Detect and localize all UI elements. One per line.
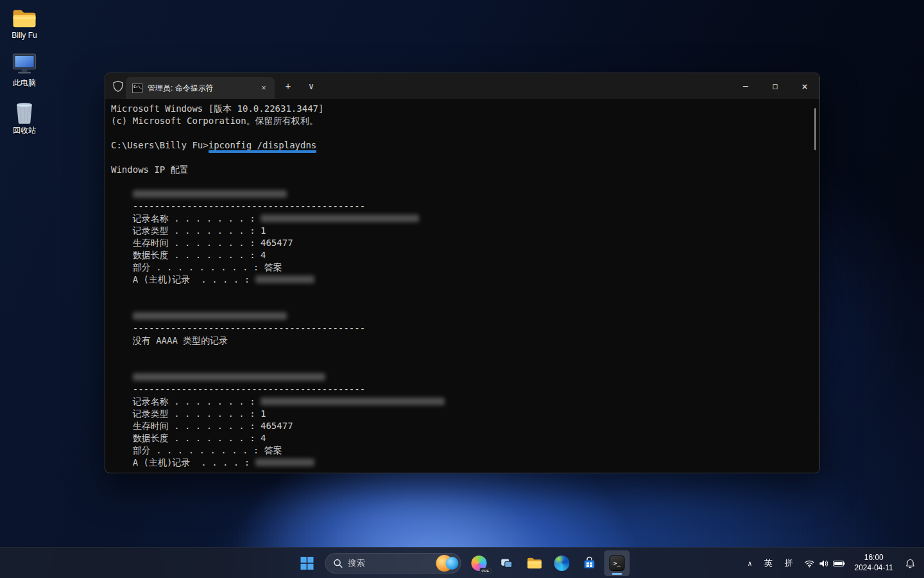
tray-time: 16:00 <box>864 553 884 563</box>
new-tab-button[interactable]: + <box>278 77 298 95</box>
bell-icon <box>905 558 916 569</box>
tab-title: 管理员: 命令提示符 <box>148 83 252 94</box>
running-app-indicator <box>612 573 622 575</box>
terminal-line: ----------------------------------------… <box>111 383 812 396</box>
microsoft-store-icon <box>583 556 597 570</box>
maximize-button[interactable]: □ <box>760 73 790 99</box>
search-highlights-icon[interactable] <box>436 555 459 572</box>
redacted-text <box>133 312 287 320</box>
terminal-titlebar[interactable]: C:\_ 管理员: 命令提示符 × + ∨ ─ □ × <box>105 73 819 99</box>
close-button[interactable]: × <box>790 73 819 99</box>
terminal-text: 数据长度 . . . . . . . : 4 <box>111 250 266 260</box>
desktop-icon-label: Billy Fu <box>12 31 37 40</box>
redacted-text <box>133 373 325 381</box>
folder-icon <box>12 3 37 30</box>
terminal-line <box>111 310 812 322</box>
scrollbar-thumb[interactable] <box>814 108 816 150</box>
copilot-button[interactable]: PRE <box>466 550 492 576</box>
terminal-text <box>111 189 133 199</box>
file-explorer-icon <box>526 556 542 570</box>
terminal-tab[interactable]: C:\_ 管理员: 命令提示符 × <box>126 77 275 99</box>
terminal-line: (c) Microsoft Corporation。保留所有权利。 <box>111 115 812 127</box>
tab-close-button[interactable]: × <box>257 81 271 95</box>
tab-dropdown-button[interactable]: ∨ <box>302 77 321 95</box>
task-view-button[interactable] <box>494 550 520 576</box>
task-view-icon <box>500 556 514 570</box>
terminal-line: 生存时间 . . . . . . . : 465477 <box>111 237 812 249</box>
terminal-line: 没有 AAAA 类型的记录 <box>111 335 812 347</box>
minimize-button[interactable]: ─ <box>731 73 760 99</box>
wifi-icon <box>804 559 815 568</box>
tray-overflow-chevron-button[interactable]: ∧ <box>742 550 758 576</box>
clock[interactable]: 16:00 2024-04-11 <box>850 550 899 576</box>
terminal-line <box>111 176 812 188</box>
terminal-text: C:\Users\Billy Fu> <box>111 140 209 150</box>
terminal-body[interactable]: Microsoft Windows [版本 10.0.22631.3447](c… <box>105 99 819 473</box>
terminal-line <box>111 371 812 383</box>
search-placeholder-text: 搜索 <box>348 557 431 569</box>
terminal-text: ----------------------------------------… <box>111 201 365 211</box>
terminal-window: C:\_ 管理员: 命令提示符 × + ∨ ─ □ × Microsoft Wi… <box>105 73 820 473</box>
terminal-text: ----------------------------------------… <box>111 323 365 333</box>
edge-button[interactable] <box>549 550 575 576</box>
terminal-line: Microsoft Windows [版本 10.0.22631.3447] <box>111 103 812 115</box>
taskbar-search-box[interactable]: 搜索 <box>325 553 461 574</box>
terminal-line <box>111 127 812 139</box>
system-icons-button[interactable] <box>800 550 850 576</box>
ime-english-button[interactable]: 英 <box>758 550 779 576</box>
terminal-line: 记录名称 . . . . . . . : <box>111 396 812 408</box>
terminal-output: Microsoft Windows [版本 10.0.22631.3447](c… <box>111 103 812 469</box>
redacted-text <box>255 459 314 466</box>
ime-pinyin-button[interactable]: 拼 <box>779 550 800 576</box>
notification-bell-button[interactable] <box>898 550 921 576</box>
terminal-text: 部分 . . . . . . . . . : 答案 <box>111 262 282 272</box>
terminal-line <box>111 286 812 298</box>
terminal-text: 记录名称 . . . . . . . : <box>111 213 261 223</box>
desktop: Billy Fu 此电脑 <box>0 0 924 578</box>
terminal-text: ----------------------------------------… <box>111 384 365 394</box>
terminal-text: 数据长度 . . . . . . . : 4 <box>111 433 266 443</box>
terminal-line: A (主机)记录 . . . . : <box>111 457 812 469</box>
terminal-line: 记录名称 . . . . . . . : <box>111 213 812 225</box>
recycle-bin-icon <box>13 98 35 125</box>
terminal-text: A (主机)记录 . . . . : <box>111 274 255 285</box>
start-button[interactable] <box>295 550 320 576</box>
terminal-line: 部分 . . . . . . . . . : 答案 <box>111 444 812 457</box>
terminal-text: 生存时间 . . . . . . . : 465477 <box>111 421 293 431</box>
system-tray: ∧ 英 拼 <box>742 548 922 578</box>
desktop-icon-recycle-bin[interactable]: 回收站 <box>4 98 45 135</box>
cmd-icon: C:\_ <box>132 83 142 93</box>
terminal-line <box>111 347 812 359</box>
store-button[interactable] <box>577 550 603 576</box>
terminal-line <box>111 188 812 200</box>
terminal-text: (c) Microsoft Corporation。保留所有权利。 <box>111 116 318 126</box>
terminal-line: Windows IP 配置 <box>111 164 812 176</box>
terminal-text: Windows IP 配置 <box>111 164 189 175</box>
terminal-line <box>111 152 812 164</box>
taskbar-center-group: 搜索 PRE <box>295 548 630 578</box>
redacted-text <box>261 398 445 405</box>
terminal-taskbar-button[interactable]: >_ <box>604 550 630 576</box>
this-pc-icon <box>12 50 37 77</box>
terminal-text: 部分 . . . . . . . . . : 答案 <box>111 445 282 455</box>
desktop-icon-label: 此电脑 <box>13 79 36 87</box>
admin-shield-icon <box>113 80 123 92</box>
volume-icon <box>819 559 829 568</box>
tray-date: 2024-04-11 <box>855 563 894 574</box>
terminal-line: 部分 . . . . . . . . . : 答案 <box>111 261 812 274</box>
battery-icon <box>833 560 845 567</box>
redacted-text <box>255 276 314 283</box>
terminal-line: 记录类型 . . . . . . . : 1 <box>111 225 812 237</box>
desktop-icon-this-pc[interactable]: 此电脑 <box>4 50 45 87</box>
terminal-line <box>111 298 812 310</box>
terminal-text: 记录类型 . . . . . . . : 1 <box>111 225 266 236</box>
search-highlight-blue-icon <box>446 557 459 570</box>
desktop-icon-billy-fu[interactable]: Billy Fu <box>4 3 45 40</box>
terminal-line: A (主机)记录 . . . . : <box>111 274 812 286</box>
terminal-line: 记录类型 . . . . . . . : 1 <box>111 408 812 420</box>
search-icon <box>334 559 343 568</box>
edge-icon <box>554 556 570 571</box>
windows-logo-icon <box>300 556 314 570</box>
taskbar: 搜索 PRE <box>0 547 924 578</box>
file-explorer-button[interactable] <box>522 550 547 576</box>
